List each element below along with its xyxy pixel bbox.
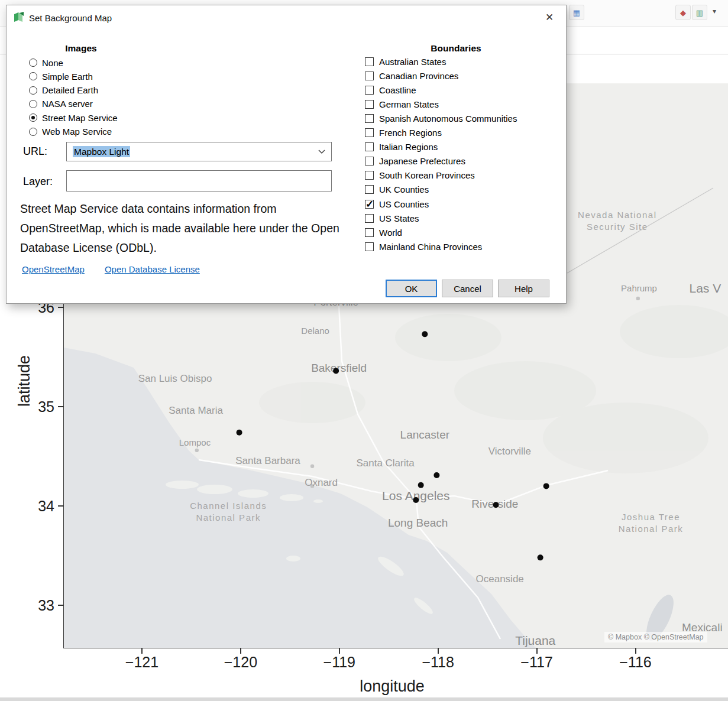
toolbar-icon-grid[interactable]: ▦ (569, 5, 584, 20)
radio-button-icon (29, 72, 37, 80)
town-dot (195, 449, 199, 452)
checkbox-us-states[interactable]: US States (365, 212, 419, 225)
x-tick-mark (141, 648, 143, 654)
license-text: Street Map Service data contains informa… (20, 199, 354, 258)
data-point (237, 430, 242, 436)
close-icon[interactable]: ✕ (539, 9, 560, 25)
help-button[interactable]: Help (498, 280, 549, 297)
url-combobox[interactable]: Mapbox Light (66, 142, 332, 161)
checkbox-german-states[interactable]: German States (365, 98, 439, 111)
checkbox-icon (365, 185, 374, 194)
toolbar-icon-red[interactable]: ◆ (675, 5, 691, 20)
checkbox-label: Canadian Provinces (379, 71, 458, 81)
data-point (543, 483, 549, 489)
radio-none[interactable]: None (29, 56, 63, 69)
x-tick-label: −117 (520, 654, 552, 671)
map-place-label: Santa Clarita (356, 457, 415, 469)
openstreetmap-link[interactable]: OpenStreetMap (22, 264, 85, 274)
checkbox-icon (365, 228, 374, 237)
map-place-label: Lancaster (400, 429, 450, 441)
map-place-label: Tijuana (515, 634, 555, 647)
license-links: OpenStreetMap Open Database License (22, 264, 200, 274)
checkbox-icon (365, 171, 374, 180)
x-tick-label: −116 (619, 654, 651, 671)
radio-street-map-service[interactable]: Street Map Service (29, 111, 118, 124)
checkbox-mainland-china-provinces[interactable]: Mainland China Provinces (365, 240, 482, 253)
cancel-button[interactable]: Cancel (442, 280, 493, 297)
checkbox-spanish-autonomous-communities[interactable]: Spanish Autonomous Communities (365, 112, 517, 125)
radio-button-icon (29, 128, 37, 136)
checkbox-label: French Regions (379, 128, 442, 138)
checkbox-uk-counties[interactable]: UK Counties (365, 183, 429, 196)
set-background-map-dialog: Set Background Map ✕ Images NoneSimple E… (6, 5, 567, 304)
checkbox-coastline[interactable]: Coastline (365, 83, 416, 96)
ok-button[interactable]: OK (386, 280, 437, 297)
checkbox-label: German States (379, 99, 439, 109)
checkbox-label: Australian States (379, 57, 446, 67)
dialog-title: Set Background Map (29, 13, 112, 23)
y-tick-mark (58, 307, 63, 308)
x-axis-label: longitude (360, 677, 425, 696)
map-place-label: Joshua TreeNational Park (619, 512, 684, 534)
toolbar-icon-layers[interactable]: ▥ (692, 5, 707, 20)
checkbox-japanese-prefectures[interactable]: Japanese Prefectures (365, 155, 465, 168)
checkbox-italian-regions[interactable]: Italian Regions (365, 141, 438, 154)
radio-detailed-earth[interactable]: Detailed Earth (29, 84, 98, 97)
data-point (433, 472, 439, 478)
y-tick-mark (58, 406, 63, 407)
checkbox-label: South Korean Provinces (379, 170, 475, 180)
y-axis-label: latitude (15, 355, 34, 407)
data-point (493, 502, 499, 508)
map-place-label: Santa Maria (169, 405, 223, 416)
data-point (538, 554, 543, 560)
checkbox-label: Italian Regions (379, 142, 438, 152)
toolbar-dropdown-icon[interactable]: ▾ (710, 7, 719, 17)
checkbox-label: Spanish Autonomous Communities (379, 113, 517, 124)
checkbox-french-regions[interactable]: French Regions (365, 126, 442, 139)
application-window: ▦ ◆ ▥ ▾ (0, 0, 728, 701)
y-tick-mark (58, 605, 63, 606)
boundaries-section-header: Boundaries (361, 43, 551, 54)
checkbox-label: US Counties (379, 199, 429, 209)
checkbox-icon (365, 128, 374, 137)
url-combobox-value: Mapbox Light (73, 147, 130, 157)
checkbox-world[interactable]: World (365, 226, 402, 239)
map-place-label: Santa Barbara (235, 455, 300, 466)
map-place-label: Las V (689, 281, 721, 295)
map-place-label: Bakersfield (311, 362, 367, 374)
url-label: URL: (23, 145, 47, 158)
checkbox-canadian-provinces[interactable]: Canadian Provinces (365, 69, 458, 82)
checkbox-icon (365, 114, 374, 123)
radio-label: NASA server (42, 99, 93, 109)
radio-button-icon (29, 113, 37, 122)
checkbox-icon (365, 157, 374, 165)
x-tick-label: −119 (323, 654, 355, 671)
radio-label: Detailed Earth (42, 85, 98, 95)
x-tick-mark (240, 648, 241, 654)
radio-simple-earth[interactable]: Simple Earth (29, 70, 93, 83)
map-place-label: San Luis Obispo (138, 373, 212, 384)
map-attribution: © Mapbox © OpenStreetMap (604, 632, 707, 642)
checkbox-us-counties[interactable]: US Counties (365, 197, 429, 210)
layer-input[interactable] (66, 170, 332, 192)
y-tick-label: 34 (24, 498, 54, 515)
radio-label: None (42, 58, 63, 68)
open-database-license-link[interactable]: Open Database License (105, 264, 200, 274)
map-place-label: Oceanside (476, 573, 524, 585)
town-dot (310, 465, 314, 468)
checkbox-label: Japanese Prefectures (379, 156, 465, 166)
radio-web-map-service[interactable]: Web Map Service (29, 125, 112, 138)
radio-button-icon (29, 100, 37, 108)
x-tick-mark (438, 648, 439, 654)
radio-nasa-server[interactable]: NASA server (29, 98, 93, 111)
checkbox-label: UK Counties (379, 184, 429, 194)
radio-label: Street Map Service (42, 113, 118, 123)
checkbox-south-korean-provinces[interactable]: South Korean Provinces (365, 169, 475, 182)
x-tick-mark (635, 648, 636, 654)
checkbox-icon (365, 100, 374, 109)
x-tick-label: −120 (224, 654, 257, 671)
x-tick-label: −121 (125, 654, 158, 671)
checkbox-icon (365, 57, 374, 66)
checkbox-icon (365, 86, 374, 95)
checkbox-australian-states[interactable]: Australian States (365, 55, 446, 68)
